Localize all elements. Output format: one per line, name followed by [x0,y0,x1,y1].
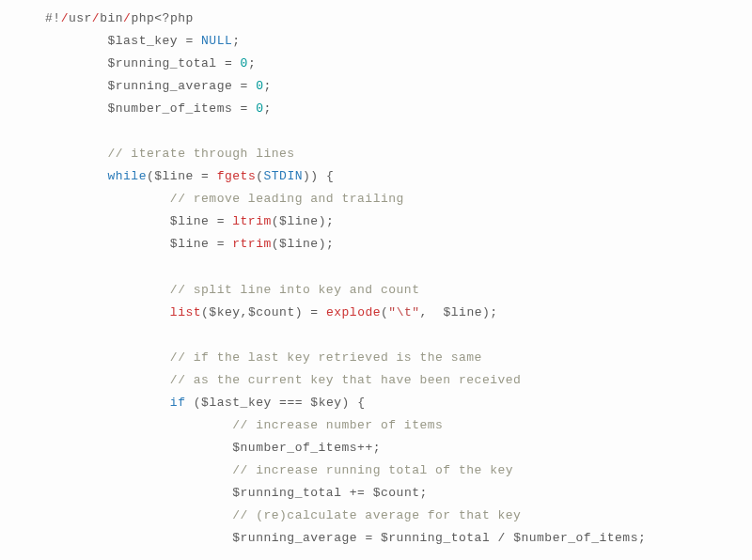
var-key: key [319,396,342,410]
code-line: while($line = fgets(STDIN)) { [45,169,334,183]
op-eq: = [303,305,326,319]
var-dollar: $ [232,486,240,500]
kw-list: list [170,305,201,319]
op-eq: = [194,169,217,183]
code-line: $last_key = NULL; [45,34,241,48]
var-count: count [381,486,420,500]
code-line: // (re)calculate average for that key [45,508,521,522]
code-line: $number_of_items++; [45,441,381,455]
comma: , [420,305,444,319]
code-line: $running_total += $count; [45,486,428,500]
comment-if-last1: // if the last key retrieved is the same [170,350,482,365]
var-running-average: running_average [241,531,358,545]
var-dollar: $ [107,56,115,70]
semicolon: ; [326,237,334,251]
var-dollar: $ [232,441,240,455]
code-line: // iterate through lines [45,147,295,161]
comment-if-last2: // as the current key that have been rec… [170,373,522,387]
kw-while: while [107,169,147,183]
code-line: // as the current key that have been rec… [45,373,521,387]
comment-inc-total: // increase running total of the key [232,463,513,477]
fn-fgets: fgets [217,169,257,183]
op-eq: = [232,79,256,93]
code-line: $number_of_items = 0; [45,101,272,116]
var-key: key [217,305,241,319]
code-line: // split line into key and count [45,283,419,297]
op-eq: = [209,214,232,228]
lparen: ( [272,214,279,228]
var-running-total: running_total [116,56,217,70]
op-div: / [490,531,513,545]
lparen: ( [194,396,201,410]
rparen: ) [310,169,318,183]
shebang-bang: ! [53,11,60,25]
const-stdin: STDIN [264,169,304,183]
const-null: NULL [201,34,232,48]
var-dollar: $ [232,531,240,545]
code-line: $running_total = 0; [45,56,256,70]
var-running-average: running_average [116,79,233,93]
var-dollar: $ [170,214,178,228]
semicolon: ; [373,441,381,455]
code-line: $running_average = 0; [45,79,272,93]
rparen: ) [342,396,350,410]
code-line: if ($last_key === $key) { [45,396,365,410]
op-plus-eq: += [341,486,372,500]
op-eq: = [209,237,232,251]
comment-split: // split line into key and count [170,283,420,297]
op-eq: = [178,34,201,48]
var-dollar: $ [107,101,115,116]
semicolon: ; [326,214,334,228]
comment-iterate: // iterate through lines [107,147,294,161]
lparen: ( [272,237,279,251]
var-line: line [163,169,194,183]
var-last-key: last_key [116,34,178,48]
var-dollar: $ [310,396,318,410]
op-strict-eq: === [272,396,311,410]
semicolon: ; [420,486,428,500]
var-dollar: $ [209,305,216,319]
var-line: line [178,214,209,228]
code-line: // increase number of items [45,418,443,432]
fn-explode: explode [326,305,381,319]
op-eq: = [217,56,241,70]
code-block: #!/usr/bin/php<?php $last_key = NULL; $r… [45,8,752,550]
var-line: line [178,237,209,251]
semicolon: ; [263,101,271,116]
comment-remove: // remove leading and trailing [170,192,404,206]
var-number-of-items: number_of_items [116,101,233,116]
var-dollar: $ [170,237,178,251]
semicolon: ; [638,531,646,545]
var-line: line [287,214,318,228]
php-open-tag: <?php [154,11,194,25]
semicolon: ; [248,56,256,70]
code-line: #!/usr/bin/php<?php [45,11,194,25]
comment-inc-items: // increase number of items [232,418,443,432]
lparen: ( [147,169,154,183]
op-eq: = [232,101,256,116]
code-line: // remove leading and trailing [45,192,404,206]
var-dollar: $ [373,486,381,500]
code-line: $running_average = $running_total / $num… [45,531,646,545]
op-eq: = [357,531,381,545]
code-line-blank [45,260,53,274]
code-line: // increase running total of the key [45,463,513,477]
var-line: line [451,305,482,319]
semicolon: ; [490,305,497,319]
var-dollar: $ [248,305,256,319]
code-line: // if the last key retrieved is the same [45,350,482,365]
rparen: ) [319,237,326,251]
var-dollar: $ [154,169,162,183]
num-zero: 0 [241,56,248,70]
var-line: line [287,237,318,251]
code-line: $line = rtrim($line); [45,237,334,251]
rparen: ) [319,214,326,228]
var-running-total: running_total [388,531,490,545]
fn-rtrim: rtrim [232,237,272,251]
shebang-slash: / [92,11,100,25]
lbrace: { [350,396,366,410]
var-number-of-items: number_of_items [521,531,638,545]
code-line-blank [45,328,53,342]
comment-recalc: // (re)calculate average for that key [232,508,521,522]
var-last-key: last_key [209,396,271,410]
